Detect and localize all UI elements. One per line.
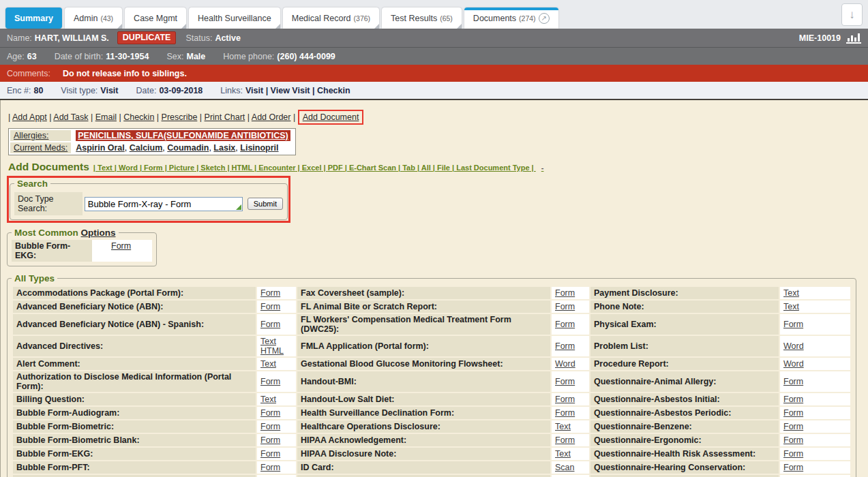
doc-category-link[interactable]: Word bbox=[119, 164, 138, 172]
doc-type-label: FL Workers' Compensation Medical Treatme… bbox=[297, 314, 550, 335]
doc-type-link[interactable]: Form bbox=[783, 377, 803, 386]
doc-category-link[interactable]: Encounter bbox=[258, 164, 295, 172]
table-row: Advanced Beneficiary Notice (ABN) - Span… bbox=[13, 314, 850, 335]
add-documents-title: Add Documents bbox=[8, 161, 89, 173]
doc-type-link[interactable]: Word bbox=[783, 341, 804, 351]
doc-type-link[interactable]: Form bbox=[555, 408, 575, 418]
doc-type-link[interactable]: Form bbox=[555, 302, 575, 311]
doc-type-link[interactable]: Text bbox=[260, 395, 276, 404]
med-link[interactable]: Lasix bbox=[213, 143, 235, 153]
tab-health-surveillance[interactable]: Health Surveillance bbox=[189, 7, 280, 29]
action-link[interactable]: Add Task bbox=[53, 112, 88, 122]
allergy-values[interactable]: PENICILLINS, SULFA(SULFONAMIDE ANTIBIOTI… bbox=[76, 130, 290, 141]
doc-type-link[interactable]: Form bbox=[260, 320, 280, 329]
med-link[interactable]: Calcium bbox=[130, 143, 163, 153]
action-link[interactable]: Add Appt bbox=[12, 112, 47, 122]
doc-type-link[interactable]: Form bbox=[555, 320, 575, 329]
doc-type-link[interactable]: Word bbox=[555, 359, 575, 369]
doc-category-link[interactable]: E-Chart Scan bbox=[349, 164, 396, 172]
doc-category-link[interactable]: Picture bbox=[169, 164, 194, 172]
patient-status: Active bbox=[215, 33, 241, 43]
med-link[interactable]: Aspirin Oral bbox=[76, 143, 125, 153]
table-row: Advanced Directives:TextHTMLFMLA Applica… bbox=[13, 336, 850, 356]
doc-type-link[interactable]: Text bbox=[555, 422, 571, 431]
doc-type-link[interactable]: Form bbox=[783, 395, 803, 404]
doc-type-link[interactable]: Form bbox=[260, 463, 280, 472]
doc-type-link[interactable]: Word bbox=[783, 359, 804, 369]
doc-type-link[interactable]: Form bbox=[260, 302, 280, 311]
submit-button[interactable]: Submit bbox=[248, 198, 283, 210]
doc-category-link[interactable]: All bbox=[421, 164, 431, 172]
doc-category-link[interactable]: Sketch bbox=[200, 164, 225, 172]
doc-type-link[interactable]: Form bbox=[555, 341, 575, 351]
visit-date-label: Date: bbox=[136, 86, 156, 95]
tab-summary[interactable]: Summary bbox=[5, 7, 62, 29]
enc-number-label: Enc #: bbox=[7, 86, 31, 95]
encounter-link[interactable]: Visit bbox=[245, 86, 263, 95]
doc-type-link[interactable]: Text bbox=[783, 302, 799, 311]
popout-arrow-icon[interactable]: ↗ bbox=[539, 13, 550, 24]
doc-type-link[interactable]: Form bbox=[260, 435, 280, 445]
doc-type-search-input[interactable] bbox=[85, 197, 243, 211]
download-button[interactable]: ↓ bbox=[841, 3, 863, 26]
action-link[interactable]: Email bbox=[95, 112, 117, 122]
table-row: Bubble Form-EKG:FormHIPAA Disclosure Not… bbox=[13, 448, 850, 460]
doc-category-link[interactable]: Text bbox=[98, 164, 113, 172]
doc-type-link[interactable]: Form bbox=[111, 241, 131, 251]
doc-type-link[interactable]: Form bbox=[783, 463, 803, 472]
doc-type-search-wrap bbox=[85, 197, 243, 211]
doc-category-link[interactable]: Tab bbox=[402, 164, 415, 172]
doc-type-link-cell: Scan bbox=[552, 461, 589, 474]
doc-type-link[interactable]: HTML bbox=[260, 346, 284, 356]
tab-test-results[interactable]: Test Results(65) bbox=[382, 7, 462, 29]
med-link[interactable]: Lisinopril bbox=[240, 143, 278, 153]
med-link[interactable]: Coumadin bbox=[167, 143, 209, 153]
doc-type-link[interactable]: Text bbox=[260, 337, 276, 346]
doc-type-link[interactable]: Text bbox=[555, 449, 571, 459]
bar-chart-icon[interactable] bbox=[846, 32, 861, 44]
allergies-link[interactable]: Allergies: bbox=[14, 131, 48, 140]
current-meds-link[interactable]: Current Meds: bbox=[14, 143, 68, 153]
doc-type-link[interactable]: Form bbox=[555, 395, 575, 404]
doc-category-link[interactable]: Form bbox=[144, 164, 163, 172]
encounter-link[interactable]: View Visit bbox=[271, 86, 310, 95]
action-link[interactable]: Add Order bbox=[252, 112, 291, 122]
duplicate-badge: DUPLICATE bbox=[117, 31, 177, 44]
doc-type-label: Questionnaire-Hearing Conservation: bbox=[590, 461, 779, 474]
tab-case-mgmt[interactable]: Case Mgmt bbox=[125, 7, 186, 29]
doc-type-link-cell: Word bbox=[552, 358, 589, 370]
doc-type-link[interactable]: Form bbox=[260, 288, 280, 298]
doc-type-link[interactable]: Form bbox=[783, 320, 803, 329]
doc-type-link[interactable]: Form bbox=[555, 288, 575, 298]
options-link[interactable]: Options bbox=[81, 228, 116, 238]
tab-admin[interactable]: Admin(43) bbox=[65, 7, 122, 29]
action-link[interactable]: Checkin bbox=[123, 112, 154, 122]
encounter-link[interactable]: Checkin bbox=[317, 86, 350, 95]
tab-documents[interactable]: Documents(274)↗ bbox=[464, 7, 558, 29]
doc-type-link[interactable]: Form bbox=[783, 435, 803, 445]
doc-type-link[interactable]: Text bbox=[783, 288, 799, 298]
doc-type-link[interactable]: Form bbox=[260, 408, 280, 418]
doc-type-link[interactable]: Text bbox=[260, 359, 276, 369]
action-link[interactable]: Add Document bbox=[303, 112, 359, 122]
doc-type-link[interactable]: Form bbox=[260, 422, 280, 431]
doc-category-link[interactable]: File bbox=[437, 164, 450, 172]
doc-type-link[interactable]: Form bbox=[260, 449, 280, 459]
doc-category-link[interactable]: PDF bbox=[328, 164, 343, 172]
action-link[interactable]: Print Chart bbox=[205, 112, 245, 122]
doc-type-link[interactable]: Form bbox=[783, 422, 803, 431]
action-link[interactable]: Prescribe bbox=[162, 112, 198, 122]
doc-category-link[interactable]: Excel bbox=[302, 164, 322, 172]
doc-type-label: Payment Disclosure: bbox=[590, 287, 779, 299]
collapse-toggle[interactable]: - bbox=[541, 164, 544, 172]
doc-type-link-cell: Form bbox=[552, 434, 589, 446]
doc-type-link[interactable]: Form bbox=[783, 408, 803, 418]
tab-medical-record[interactable]: Medical Record(376) bbox=[283, 7, 379, 29]
doc-type-link[interactable]: Form bbox=[555, 435, 575, 445]
doc-type-link[interactable]: Scan bbox=[555, 463, 575, 472]
doc-category-link[interactable]: HTML bbox=[232, 164, 252, 172]
doc-type-link[interactable]: Form bbox=[555, 377, 575, 386]
doc-category-link[interactable]: Last Document Type bbox=[456, 164, 529, 172]
doc-type-link[interactable]: Form bbox=[260, 377, 280, 386]
doc-type-link[interactable]: Form bbox=[783, 449, 803, 459]
